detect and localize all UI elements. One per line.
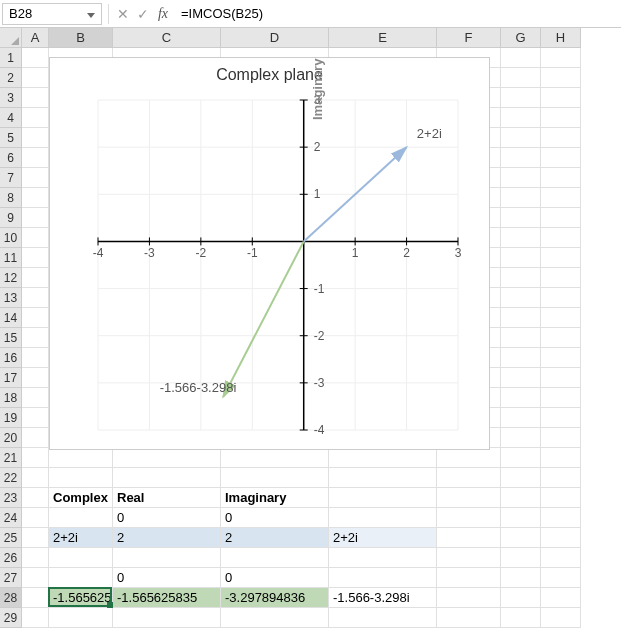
cell-B21[interactable]	[49, 448, 113, 468]
cell-E22[interactable]	[329, 468, 437, 488]
cell-G24[interactable]	[501, 508, 541, 528]
cell-H18[interactable]	[541, 388, 581, 408]
row-head-19[interactable]: 19	[0, 408, 22, 428]
cell-G17[interactable]	[501, 368, 541, 388]
row-head-27[interactable]: 27	[0, 568, 22, 588]
cell-G23[interactable]	[501, 488, 541, 508]
cell-C28[interactable]: -1.565625835	[113, 588, 221, 608]
cell-A8[interactable]	[22, 188, 49, 208]
row-head-13[interactable]: 13	[0, 288, 22, 308]
cell-A5[interactable]	[22, 128, 49, 148]
cell-H12[interactable]	[541, 268, 581, 288]
cell-A11[interactable]	[22, 248, 49, 268]
row-head-22[interactable]: 22	[0, 468, 22, 488]
cell-H3[interactable]	[541, 88, 581, 108]
cell-B28[interactable]: -1.565625	[49, 588, 113, 608]
cell-H24[interactable]	[541, 508, 581, 528]
cell-D21[interactable]	[221, 448, 329, 468]
row-head-12[interactable]: 12	[0, 268, 22, 288]
cell-H13[interactable]	[541, 288, 581, 308]
cell-H8[interactable]	[541, 188, 581, 208]
row-head-24[interactable]: 24	[0, 508, 22, 528]
cell-G25[interactable]	[501, 528, 541, 548]
cell-F21[interactable]	[437, 448, 501, 468]
cell-F26[interactable]	[437, 548, 501, 568]
cell-D26[interactable]	[221, 548, 329, 568]
cell-G9[interactable]	[501, 208, 541, 228]
cell-E23[interactable]	[329, 488, 437, 508]
name-box[interactable]: B28	[2, 3, 102, 25]
cancel-icon[interactable]: ✕	[113, 4, 133, 24]
row-head-14[interactable]: 14	[0, 308, 22, 328]
cell-E25[interactable]: 2+2i	[329, 528, 437, 548]
cell-G6[interactable]	[501, 148, 541, 168]
cell-H14[interactable]	[541, 308, 581, 328]
fx-icon[interactable]: fx	[153, 4, 173, 24]
row-head-5[interactable]: 5	[0, 128, 22, 148]
cell-H29[interactable]	[541, 608, 581, 628]
row-head-4[interactable]: 4	[0, 108, 22, 128]
cell-G5[interactable]	[501, 128, 541, 148]
formula-input[interactable]: =IMCOS(B25)	[173, 6, 621, 21]
cell-A2[interactable]	[22, 68, 49, 88]
cell-G7[interactable]	[501, 168, 541, 188]
cell-A12[interactable]	[22, 268, 49, 288]
cell-G14[interactable]	[501, 308, 541, 328]
row-head-7[interactable]: 7	[0, 168, 22, 188]
row-head-25[interactable]: 25	[0, 528, 22, 548]
cell-C27[interactable]: 0	[113, 568, 221, 588]
cell-G10[interactable]	[501, 228, 541, 248]
cell-C22[interactable]	[113, 468, 221, 488]
cell-F28[interactable]	[437, 588, 501, 608]
col-head-A[interactable]: A	[22, 28, 49, 48]
row-head-26[interactable]: 26	[0, 548, 22, 568]
cell-B29[interactable]	[49, 608, 113, 628]
cell-H10[interactable]	[541, 228, 581, 248]
col-head-H[interactable]: H	[541, 28, 581, 48]
cell-D25[interactable]: 2	[221, 528, 329, 548]
cell-H25[interactable]	[541, 528, 581, 548]
cell-E28[interactable]: -1.566-3.298i	[329, 588, 437, 608]
cell-G1[interactable]	[501, 48, 541, 68]
cell-G28[interactable]	[501, 588, 541, 608]
cell-A14[interactable]	[22, 308, 49, 328]
chart[interactable]: Complex plane -4-3-2-1123-4-3-2-11232+2i…	[49, 57, 490, 450]
row-head-2[interactable]: 2	[0, 68, 22, 88]
cell-F25[interactable]	[437, 528, 501, 548]
cell-C21[interactable]	[113, 448, 221, 468]
cell-F29[interactable]	[437, 608, 501, 628]
cell-A26[interactable]	[22, 548, 49, 568]
cell-H17[interactable]	[541, 368, 581, 388]
cell-F24[interactable]	[437, 508, 501, 528]
row-head-10[interactable]: 10	[0, 228, 22, 248]
cell-G22[interactable]	[501, 468, 541, 488]
cell-H5[interactable]	[541, 128, 581, 148]
cell-H16[interactable]	[541, 348, 581, 368]
cell-H27[interactable]	[541, 568, 581, 588]
cell-G18[interactable]	[501, 388, 541, 408]
cell-B25[interactable]: 2+2i	[49, 528, 113, 548]
cell-H15[interactable]	[541, 328, 581, 348]
cell-A6[interactable]	[22, 148, 49, 168]
cell-H21[interactable]	[541, 448, 581, 468]
cell-A21[interactable]	[22, 448, 49, 468]
cell-A24[interactable]	[22, 508, 49, 528]
cell-E26[interactable]	[329, 548, 437, 568]
cell-C24[interactable]: 0	[113, 508, 221, 528]
row-head-11[interactable]: 11	[0, 248, 22, 268]
cell-A13[interactable]	[22, 288, 49, 308]
cell-G8[interactable]	[501, 188, 541, 208]
cell-G21[interactable]	[501, 448, 541, 468]
col-head-D[interactable]: D	[221, 28, 329, 48]
cell-G16[interactable]	[501, 348, 541, 368]
row-head-15[interactable]: 15	[0, 328, 22, 348]
cell-A17[interactable]	[22, 368, 49, 388]
row-head-28[interactable]: 28	[0, 588, 22, 608]
cell-B24[interactable]	[49, 508, 113, 528]
cell-H28[interactable]	[541, 588, 581, 608]
col-head-F[interactable]: F	[437, 28, 501, 48]
cell-G13[interactable]	[501, 288, 541, 308]
cell-A23[interactable]	[22, 488, 49, 508]
cell-G29[interactable]	[501, 608, 541, 628]
cell-E27[interactable]	[329, 568, 437, 588]
